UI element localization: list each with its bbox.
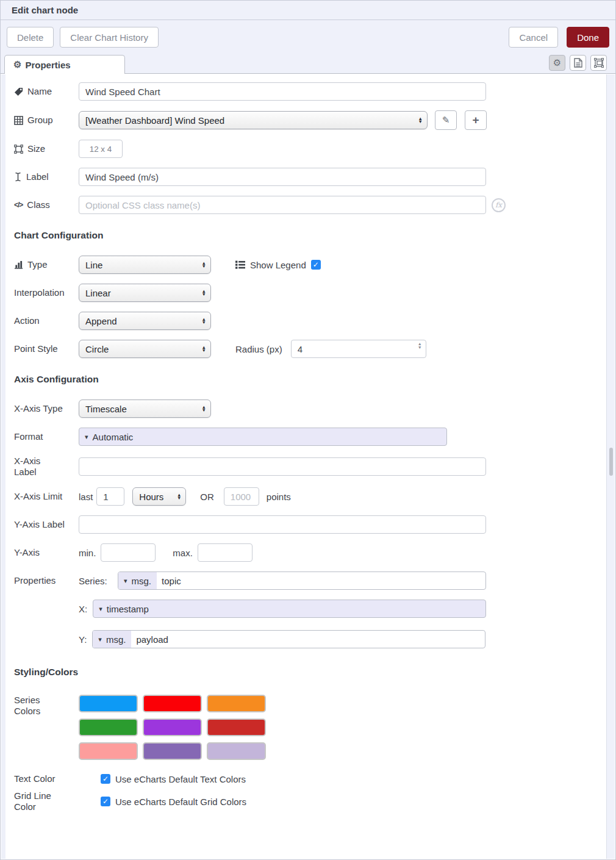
name-label: Name (27, 86, 52, 97)
group-select-value: [Weather Dashboard] Wind Speed (85, 115, 224, 126)
chevron-down-icon: ▾ (99, 605, 102, 613)
point-style-select-value: Circle (85, 344, 109, 354)
x-typed-input[interactable]: ▾ timestamp (93, 600, 486, 618)
series-value[interactable]: topic (157, 572, 186, 589)
series-color-swatch-5[interactable] (143, 718, 202, 736)
properties-label: Properties (14, 575, 56, 586)
class-input[interactable] (79, 196, 486, 214)
interpolation-select[interactable]: Linear ▲▼ (79, 284, 211, 302)
series-color-swatch-3[interactable] (207, 695, 266, 712)
limit-unit-select[interactable]: Hours ▲▼ (132, 487, 186, 506)
show-legend-group: Show Legend ✓ (235, 260, 321, 270)
chevron-down-icon: ▾ (98, 636, 102, 643)
x-axis-type-select-value: Timescale (85, 404, 127, 414)
action-select[interactable]: Append ▲▼ (79, 312, 211, 330)
series-color-swatch-1[interactable] (79, 695, 138, 712)
scrollbar-thumb[interactable] (609, 448, 613, 476)
format-row: Format ▾ Automatic (14, 428, 597, 446)
series-colors-row: Series Colors (14, 695, 597, 760)
y-axis-min-input[interactable] (101, 543, 156, 562)
y-axis-label-row: Y-Axis Label (14, 515, 597, 534)
series-color-swatch-2[interactable] (143, 695, 202, 712)
x-axis-limit-label: X-Axis Limit (14, 491, 62, 502)
text-color-checkbox[interactable]: ✓ (101, 774, 110, 784)
text-cursor-icon (14, 172, 22, 182)
label-row: Label (14, 168, 597, 186)
y-property-value[interactable]: payload (131, 631, 173, 648)
or-text: OR (200, 492, 214, 502)
y-axis-max-input[interactable] (198, 543, 252, 562)
point-style-select[interactable]: Circle ▲▼ (79, 340, 211, 358)
y-type-chip[interactable]: ▾ msg. (93, 631, 131, 648)
series-typed-input[interactable]: ▾ msg. topic (118, 572, 486, 590)
node-description-icon[interactable] (570, 55, 586, 71)
name-row: Name (14, 82, 597, 101)
class-row: </> Class fx (14, 196, 597, 214)
point-style-row: Point Style Circle ▲▼ Radius (px) ▲▼ (14, 340, 597, 358)
x-property-label: X: (79, 604, 87, 614)
series-color-swatch-4[interactable] (79, 718, 138, 736)
select-arrows-icon: ▲▼ (418, 117, 423, 123)
action-select-value: Append (85, 316, 117, 326)
series-color-swatch-8[interactable] (143, 742, 202, 760)
x-axis-type-select[interactable]: Timescale ▲▼ (79, 400, 211, 418)
dialog-toolbar: Delete Clear Chart History Cancel Done (1, 20, 615, 54)
grid-color-checkbox[interactable]: ✓ (101, 797, 110, 806)
type-select[interactable]: Line ▲▼ (79, 256, 211, 274)
series-label: Series: (79, 576, 109, 586)
properties-gear-icon: ⚙ (13, 59, 21, 70)
series-color-swatch-7[interactable] (79, 742, 138, 760)
chart-configuration-heading: Chart Configuration (14, 230, 597, 241)
name-input[interactable] (79, 82, 486, 101)
dialog-header: Edit chart node (1, 1, 615, 20)
group-select[interactable]: [Weather Dashboard] Wind Speed ▲▼ (79, 111, 428, 129)
done-button[interactable]: Done (567, 27, 609, 48)
table-icon (14, 116, 23, 125)
limit-last-input[interactable] (96, 487, 124, 506)
series-color-grid (79, 695, 266, 760)
size-button[interactable]: 12 x 4 (79, 140, 123, 158)
tag-icon (14, 87, 23, 96)
limit-points-input[interactable] (224, 487, 259, 506)
y-axis-label-label: Y-Axis Label (14, 519, 65, 530)
number-spinner-icon[interactable]: ▲▼ (418, 342, 422, 349)
dialog-title: Edit chart node (12, 5, 78, 15)
series-color-swatch-9[interactable] (207, 742, 266, 760)
y-property-label: Y: (79, 634, 87, 645)
tab-properties[interactable]: ⚙ Properties (4, 55, 125, 74)
grid-color-row: Grid Line Color ✓ Use eCharts Default Gr… (14, 790, 597, 812)
series-type-chip[interactable]: ▾ msg. (118, 572, 157, 589)
delete-button[interactable]: Delete (7, 27, 54, 48)
document-icon (574, 58, 582, 68)
x-axis-type-row: X-Axis Type Timescale ▲▼ (14, 400, 597, 418)
add-group-button[interactable]: + (465, 110, 487, 130)
point-style-label: Point Style (14, 343, 58, 354)
series-color-swatch-6[interactable] (207, 718, 266, 736)
tab-icon-group: ⚙ (549, 55, 607, 71)
clear-chart-history-button[interactable]: Clear Chart History (60, 27, 159, 48)
last-text: last (79, 492, 93, 502)
node-settings-icon[interactable]: ⚙ (549, 55, 565, 71)
y-typed-input[interactable]: ▾ msg. payload (92, 630, 485, 648)
format-typed-input[interactable]: ▾ Automatic (79, 428, 447, 446)
radius-input[interactable] (291, 340, 426, 358)
y-axis-label-input[interactable] (79, 515, 486, 534)
size-frame-icon (14, 145, 23, 154)
y-axis-min-text: min. (79, 548, 96, 558)
y-axis-label: Y-Axis (14, 547, 40, 558)
y-axis-max-text: max. (173, 548, 193, 558)
grid-color-checkbox-label: Use eCharts Default Grid Colors (115, 797, 246, 807)
text-color-row: Text Color ✓ Use eCharts Default Text Co… (14, 773, 597, 784)
x-axis-label-input[interactable] (79, 457, 486, 476)
size-row: Size 12 x 4 (14, 140, 597, 158)
show-legend-checkbox[interactable]: ✓ (311, 260, 321, 270)
code-icon: </> (14, 199, 23, 210)
edit-group-button[interactable]: ✎ (435, 110, 457, 130)
points-text: points (267, 492, 291, 502)
x-axis-type-label: X-Axis Type (14, 403, 63, 414)
node-appearance-icon[interactable] (590, 55, 607, 71)
format-value: Automatic (93, 432, 134, 442)
node-label-input[interactable] (79, 168, 486, 186)
axis-configuration-heading: Axis Configuration (14, 374, 597, 385)
cancel-button[interactable]: Cancel (509, 27, 558, 48)
